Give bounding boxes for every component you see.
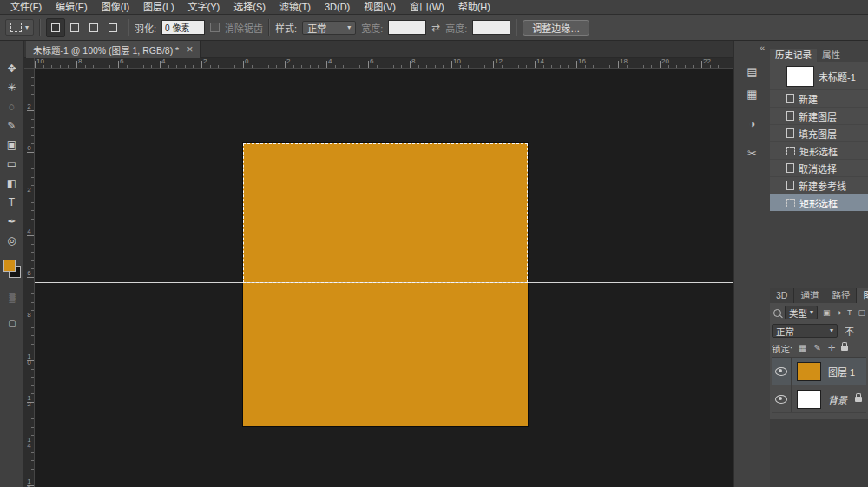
document-tab[interactable]: 未标题-1 @ 100% (图层 1, RGB/8) * × <box>26 41 201 58</box>
snapshot-thumbnail <box>786 66 814 87</box>
move-tool[interactable]: ✥ <box>2 62 23 76</box>
ruler-top[interactable]: 1086420246810121416182022 <box>35 58 733 69</box>
history-brush-slot[interactable] <box>772 177 782 194</box>
visibility-toggle[interactable] <box>772 385 792 412</box>
eraser-tool[interactable]: ▭ <box>2 157 23 171</box>
ruler-label: 14 <box>536 58 544 65</box>
screen-mode-button[interactable]: ▢ <box>0 319 24 328</box>
color-panel-icon[interactable]: ▤ <box>742 62 763 81</box>
history-brush-slot[interactable] <box>772 160 782 177</box>
style-dropdown[interactable]: 正常 ▾ <box>302 21 356 35</box>
tab-通道[interactable]: 通道 <box>794 288 825 303</box>
history-brush-slot[interactable] <box>772 68 782 85</box>
filter-pixel-layers-icon[interactable]: ▣ <box>823 309 831 317</box>
pasteboard[interactable] <box>35 69 733 487</box>
lock-transparency-icon[interactable]: ▦ <box>799 344 806 352</box>
tool-presets-panel-icon[interactable]: ✂ <box>742 143 763 162</box>
history-item[interactable]: 矩形选框 <box>770 194 868 211</box>
doc-icon <box>786 163 794 173</box>
history-brush-slot[interactable] <box>772 108 782 125</box>
menu-item[interactable]: 文件(F) <box>3 0 49 14</box>
ruler-label: 16 <box>25 477 32 487</box>
lock-all-icon[interactable] <box>841 346 848 351</box>
lasso-tool[interactable]: ◌ <box>2 100 23 114</box>
add-to-selection-button[interactable] <box>65 18 84 37</box>
subtract-from-selection-button[interactable] <box>84 18 103 37</box>
menu-item[interactable]: 编辑(E) <box>49 0 95 14</box>
history-brush-slot[interactable] <box>772 125 782 142</box>
menu-item[interactable]: 3D(D) <box>318 0 357 14</box>
tool-preset-picker[interactable]: ▾ <box>5 19 34 36</box>
layer-thumbnail <box>797 390 821 409</box>
tab-properties[interactable]: 属性 <box>817 49 845 62</box>
filter-adjustment-layers-icon[interactable]: ◑ <box>837 309 841 317</box>
menu-item[interactable]: 窗口(W) <box>403 0 451 14</box>
adjustments-panel-icon[interactable]: ◑ <box>742 114 763 133</box>
tab-close-button[interactable]: × <box>187 44 193 55</box>
swap-dimensions-icon[interactable]: ⇄ <box>431 22 440 34</box>
layer-row[interactable]: 背景 <box>772 385 866 413</box>
history-item-label: 取消选择 <box>799 161 837 175</box>
lock-position-icon[interactable]: ✛ <box>828 344 835 352</box>
color-swatches[interactable] <box>3 260 21 278</box>
layer-row[interactable]: 图层 1 <box>772 358 866 385</box>
history-brush-slot[interactable] <box>772 194 782 212</box>
pen-tool[interactable]: ✒ <box>2 214 23 228</box>
tab-路径[interactable]: 路径 <box>825 288 857 303</box>
filter-type-layers-icon[interactable]: T <box>847 309 852 317</box>
document-title: 未标题-1 @ 100% (图层 1, RGB/8) * <box>33 43 179 56</box>
menu-item[interactable]: 选择(S) <box>227 0 273 14</box>
collapse-panels-button[interactable]: « <box>760 43 765 53</box>
history-brush-slot[interactable] <box>772 142 782 160</box>
height-input[interactable] <box>472 20 510 35</box>
doc-icon <box>786 111 794 121</box>
blend-mode-dropdown[interactable]: 正常 ▾ <box>772 324 838 338</box>
menu-item[interactable]: 文字(Y) <box>181 0 227 14</box>
menu-item[interactable]: 图层(L) <box>136 0 181 14</box>
history-brush-slot[interactable] <box>772 90 782 108</box>
history-panel: 未标题-1 新建新建图层填充图层矩形选框取消选择新建参考线矩形选框 <box>770 62 868 211</box>
magic-wand-tool[interactable]: ✳ <box>2 81 23 95</box>
quick-mask-button[interactable]: ▒ <box>0 293 24 302</box>
clone-stamp-tool[interactable]: ▣ <box>2 138 23 152</box>
filter-shape-layers-icon[interactable]: ▢ <box>858 309 865 317</box>
snapshot-row[interactable]: 未标题-1 <box>770 63 868 89</box>
lock-paint-icon[interactable]: ✎ <box>813 344 820 352</box>
ruler-label: 8 <box>78 58 82 65</box>
menu-bar: 文件(F)编辑(E)图像(I)图层(L)文字(Y)选择(S)滤镜(T)3D(D)… <box>0 0 868 15</box>
feather-input[interactable] <box>161 20 205 35</box>
history-item[interactable]: 新建图层 <box>770 107 868 124</box>
tab-图层[interactable]: 图层 <box>857 288 868 303</box>
zoom-tool[interactable]: ◎ <box>2 234 23 247</box>
swatches-panel-icon[interactable]: ▦ <box>742 84 763 103</box>
visibility-toggle[interactable] <box>772 358 792 385</box>
ruler-label: 0 <box>245 58 248 65</box>
tab-3D[interactable]: 3D <box>770 288 794 303</box>
new-selection-button[interactable] <box>46 18 65 37</box>
filter-type-dropdown[interactable]: 类型 ▾ <box>785 306 818 319</box>
rectangular-marquee-icon <box>10 23 22 32</box>
foreground-color-swatch[interactable] <box>3 260 16 272</box>
menu-item[interactable]: 视图(V) <box>357 0 403 14</box>
history-item[interactable]: 矩形选框 <box>770 141 868 159</box>
history-item[interactable]: 填充图层 <box>770 124 868 141</box>
history-item[interactable]: 新建 <box>770 89 868 107</box>
intersect-selection-button[interactable] <box>103 18 122 37</box>
menu-item[interactable]: 图像(I) <box>95 0 136 14</box>
history-item[interactable]: 新建参考线 <box>770 176 868 194</box>
history-item[interactable]: 取消选择 <box>770 159 868 176</box>
type-tool[interactable]: T <box>2 195 23 209</box>
tab-history[interactable]: 历史记录 <box>770 49 817 62</box>
antialias-checkbox[interactable] <box>210 23 220 32</box>
brush-tool[interactable]: ✎ <box>2 119 23 133</box>
filter-icons: ▣◑T▢ <box>823 309 865 317</box>
gradient-tool[interactable]: ◧ <box>2 176 23 190</box>
ruler-label: 16 <box>578 58 586 65</box>
search-icon <box>773 309 781 317</box>
ruler-left[interactable]: 20246810121416 <box>24 69 35 487</box>
menu-item[interactable]: 帮助(H) <box>451 0 497 14</box>
width-input[interactable] <box>388 20 426 35</box>
ruler-label: 12 <box>495 58 503 65</box>
menu-item[interactable]: 滤镜(T) <box>273 0 318 14</box>
refine-edge-button[interactable]: 调整边缘… <box>523 20 589 36</box>
